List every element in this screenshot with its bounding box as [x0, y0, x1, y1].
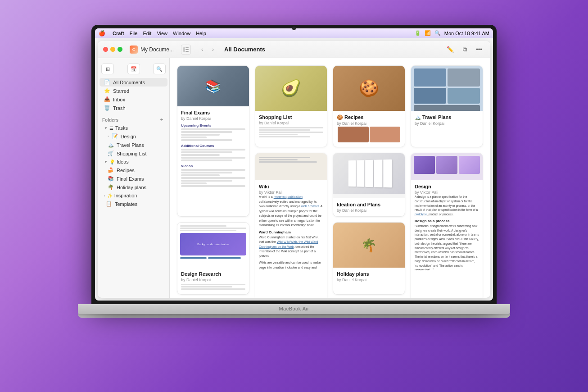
travel-body: 🏔️ Travel Plans by Daniel Korpai [411, 111, 483, 129]
starred-icon: ⭐ [104, 88, 110, 94]
doc-card-shopping-list[interactable]: Shopping List by Daniel Korpai [255, 65, 327, 147]
line14 [181, 177, 245, 179]
edit-menu[interactable]: Edit [143, 31, 151, 36]
calendar-view-button[interactable]: 📅 [127, 64, 140, 74]
holiday-image [333, 223, 405, 268]
macbook-shell: 🍎 Craft File Edit View Window Help 🔋 📶 🔍… [73, 25, 515, 367]
sidebar-item-final-exams[interactable]: 📚 Final Exams [103, 174, 167, 183]
doc-card-design-research[interactable]: Background customization Design R [177, 222, 249, 295]
screen-bezel: 🍎 Craft File Edit View Window Help 🔋 📶 🔍… [91, 25, 497, 304]
craft-app-icon: C [130, 46, 138, 54]
apple-menu[interactable]: 🍎 [99, 30, 105, 36]
traffic-lights [103, 47, 122, 52]
dr-l3 [181, 288, 245, 290]
tasks-group-header[interactable]: ▼ ☰ Tasks [100, 124, 167, 132]
travel-author: by Daniel Korpai [415, 121, 479, 126]
ideas-group-header[interactable]: ▼ 💡 Ideas [100, 158, 167, 166]
page-title: All Documents [224, 46, 265, 53]
battery-icon: 🔋 [415, 30, 421, 36]
travel-title: 🏔️ Travel Plans [415, 114, 479, 120]
close-button[interactable] [103, 47, 108, 52]
sidebar-item-templates[interactable]: 📋 Templates [100, 200, 167, 208]
back-button[interactable]: ‹ [197, 45, 207, 55]
line12 [181, 172, 232, 173]
sidebar-item-starred[interactable]: ⭐ Starred [100, 87, 167, 95]
app-window-title: My Docume... [140, 46, 174, 53]
s-line1 [259, 127, 323, 128]
ideation-body: Ideation and Plans by Daniel Korpai [333, 198, 405, 216]
sidebar-item-trash[interactable]: 🗑️ Trash [100, 104, 167, 112]
recipes-image [333, 66, 405, 111]
sidebar-item-design[interactable]: › 📝 Design [103, 132, 167, 141]
help-menu[interactable]: Help [196, 31, 206, 36]
doc-card-design[interactable]: Design by Viktor Pali A design is a plan… [411, 153, 483, 298]
line16 [181, 182, 207, 184]
sidebar-toggle-button[interactable] [181, 45, 191, 55]
document-grid: Final Exams by Daniel Korpai Upcoming Ev… [170, 58, 490, 298]
sidebar-item-inbox[interactable]: 📥 Inbox [100, 95, 167, 104]
menubar: 🍎 Craft File Edit View Window Help 🔋 📶 🔍… [95, 28, 493, 38]
view-menu[interactable]: View [157, 31, 167, 36]
design-title: Design [415, 184, 479, 189]
inspiration-group-header[interactable]: › ✨ Inspiration [100, 191, 167, 200]
sidebar-item-shopping-list[interactable]: 🛒 Shopping List [103, 149, 167, 158]
titlebar: C My Docume... ‹ [98, 41, 490, 58]
tasks-chevron-icon: ▼ [104, 126, 108, 130]
shopping-author: by Daniel Korpai [259, 121, 323, 125]
upcoming-events-label: Upcoming Events [181, 123, 245, 128]
sidebar-item-recipes[interactable]: 🍰 Recipes [103, 166, 167, 174]
all-documents-icon: 📄 [104, 79, 110, 85]
doc-card-recipes[interactable]: 🍪 Recipes by Daniel Korpai [333, 65, 405, 147]
more-options-button[interactable]: ••• [473, 44, 485, 55]
maximize-button[interactable] [118, 47, 122, 52]
inspiration-chevron-icon: › [104, 194, 105, 198]
shopping-list-icon: 🛒 [108, 150, 114, 156]
window-menu[interactable]: Window [173, 31, 190, 36]
line9 [181, 157, 245, 159]
tasks-group-label: Tasks [115, 125, 128, 131]
sidebar-item-holiday-plans[interactable]: 🌴 Holiday plans [103, 183, 167, 191]
minimize-button[interactable] [110, 47, 115, 52]
search-button[interactable]: 🔍 [153, 64, 166, 74]
travel-img-5 [414, 105, 480, 111]
recipes-title: 🍪 Recipes [337, 114, 401, 120]
holiday-plans-label: Holiday plans [117, 185, 146, 190]
titlebar-nav: ‹ › [197, 45, 218, 55]
doc-card-ideation[interactable]: Ideation and Plans by Daniel Korpai [333, 153, 405, 217]
design-thumb [411, 153, 483, 180]
file-menu[interactable]: File [130, 31, 138, 36]
design-heading1: Design as a process [415, 219, 479, 223]
recipes-author: by Daniel Korpai [337, 121, 401, 126]
wiki-text3: Wikis are versatile and can be used to m… [259, 260, 323, 270]
add-folder-button[interactable]: + [158, 117, 165, 123]
doc-card-holiday[interactable]: Holiday plans by Daniel Korpai [333, 222, 405, 295]
doc-card-travel-plans[interactable]: 🏔️ Travel Plans by Daniel Korpai [411, 65, 483, 147]
ideation-thumb [333, 153, 405, 198]
dr-steps-mini [180, 257, 246, 259]
copy-button[interactable]: ⧉ [459, 44, 470, 55]
dr-step2 [208, 257, 241, 259]
tasks-children: › 📝 Design 🏔️ Travel Plans 🛒 [98, 132, 169, 158]
wiki-link1: hypertext [274, 195, 287, 198]
app-name-menu[interactable]: Craft [113, 31, 124, 36]
holiday-thumb [333, 223, 405, 268]
sidebar-item-travel-plans[interactable]: 🏔️ Travel Plans [103, 141, 167, 149]
shopping-title: Shopping List [259, 114, 323, 120]
design-chevron-icon: › [108, 134, 109, 138]
macos-ui: 🍎 Craft File Edit View Window Help 🔋 📶 🔍… [95, 28, 493, 301]
ideas-group-icon: 💡 [109, 160, 115, 164]
forward-button[interactable]: › [208, 45, 218, 55]
menubar-right: 🔋 📶 🔍 Mon Oct 18 9:41 AM [415, 30, 489, 36]
ideation-title: Ideation and Plans [337, 202, 401, 207]
grid-view-button[interactable]: ⊞ [101, 64, 114, 74]
doc-card-final-exams[interactable]: Final Exams by Daniel Korpai Upcoming Ev… [177, 65, 249, 217]
search-menubar-icon[interactable]: 🔍 [434, 30, 441, 36]
final-exams-image [177, 66, 249, 106]
holiday-plans-icon: 🌴 [108, 184, 114, 190]
macbook-foot [78, 314, 510, 318]
doc-card-wiki[interactable]: Wiki by Viktor Pali A wiki is a hypertex… [255, 153, 327, 298]
new-doc-button[interactable]: ✏️ [444, 44, 456, 55]
recipes-label: Recipes [117, 168, 135, 173]
sidebar-item-all-documents[interactable]: 📄 All Documents [100, 78, 167, 87]
inbox-label: Inbox [113, 97, 125, 102]
